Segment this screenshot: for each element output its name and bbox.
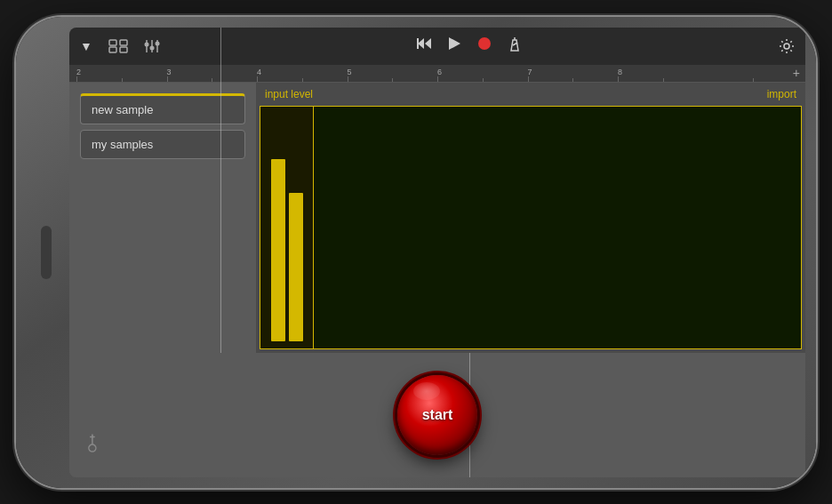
main-content: new sample my samples input level import (69, 83, 805, 353)
start-button[interactable]: start (397, 375, 477, 455)
phone-shell: ▼ (16, 17, 816, 488)
bottom-section: start (69, 353, 805, 477)
guitar-icon[interactable] (77, 428, 111, 462)
metronome-icon[interactable] (507, 36, 523, 56)
import-button[interactable]: import (767, 88, 796, 100)
waveform-container (260, 106, 802, 349)
mixer-icon[interactable] (144, 38, 160, 54)
level-bar-left (271, 159, 285, 341)
svg-rect-3 (120, 47, 127, 52)
ruler-mark-7: 8 (618, 68, 622, 76)
ruler-mark-5: 6 (437, 68, 442, 76)
waveform-display (314, 107, 801, 348)
dropdown-icon[interactable]: ▼ (80, 39, 92, 53)
toolbar: ▼ (69, 28, 805, 65)
svg-marker-15 (511, 40, 518, 51)
svg-point-7 (144, 42, 148, 46)
svg-marker-10 (418, 38, 424, 49)
svg-rect-1 (109, 47, 116, 52)
ruler: 2 3 4 5 6 7 8 (69, 65, 805, 83)
svg-point-8 (149, 45, 154, 50)
annotation-line-left (220, 83, 221, 353)
ruler-mark-1: 2 (76, 68, 81, 76)
svg-line-20 (87, 434, 97, 444)
add-track-button[interactable]: + (793, 66, 800, 80)
transport-controls (176, 36, 763, 56)
svg-point-9 (155, 41, 159, 45)
record-button[interactable] (476, 36, 492, 56)
phone-notch (41, 226, 52, 279)
ruler-mark-4: 5 (348, 68, 352, 76)
recording-area: input level import (256, 83, 805, 353)
ruler-mark-2: 3 (167, 68, 172, 76)
svg-marker-12 (425, 38, 431, 49)
tracks-icon[interactable] (108, 39, 128, 53)
svg-point-14 (478, 37, 491, 50)
svg-marker-13 (449, 37, 460, 50)
settings-button[interactable] (779, 38, 795, 54)
recording-header: input level import (260, 86, 802, 102)
ruler-mark-3: 4 (257, 68, 261, 76)
screen: ▼ (69, 28, 805, 477)
ruler-mark-6: 7 (528, 68, 532, 76)
play-button[interactable] (446, 36, 462, 56)
start-button-label: start (422, 407, 453, 423)
level-bar-right (289, 193, 303, 340)
svg-rect-0 (109, 40, 116, 45)
svg-point-18 (784, 44, 789, 49)
svg-rect-2 (120, 40, 127, 45)
rewind-button[interactable] (416, 36, 432, 56)
svg-rect-11 (417, 38, 419, 49)
level-meter-section (260, 107, 314, 348)
ruler-marks: 2 3 4 5 6 7 8 (76, 65, 798, 82)
left-sidebar: new sample my samples (69, 83, 256, 353)
input-level-label: input level (265, 88, 313, 100)
